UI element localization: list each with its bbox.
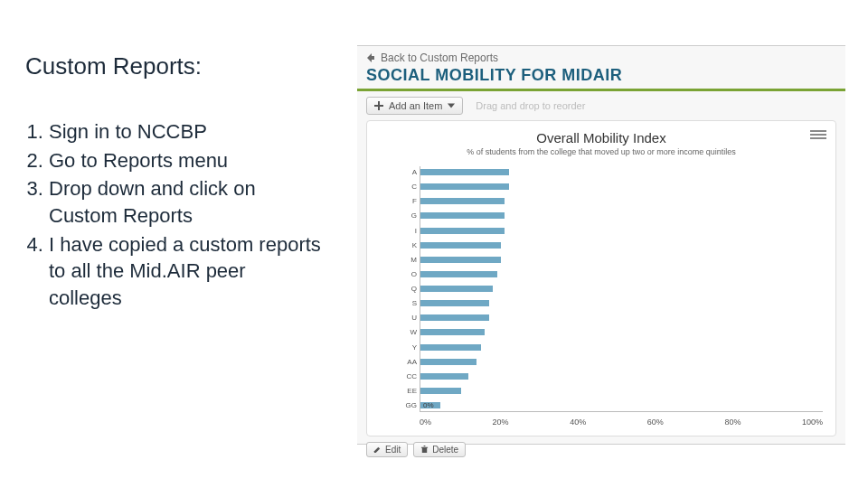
chart-bar-label: U [393,314,417,322]
chart-bar-row: O [420,270,823,278]
chart-bar [420,314,489,321]
chart-bar [420,212,505,219]
chart-bar [420,359,476,365]
step-item: Go to Reports menu [49,147,324,174]
hamburger-icon [810,134,826,136]
step-item: Sign in to NCCBP [49,118,324,145]
chart-bar-row: EE [420,387,823,395]
x-tick: 60% [647,418,664,427]
chart-bar-row: GG [420,401,823,409]
chart-bar [420,388,461,394]
chart-bar-label: G [393,211,417,220]
chart-bar-label: C [393,183,417,191]
x-tick: 40% [570,418,586,427]
step-item: Drop down and click on Custom Reports [49,175,324,229]
step-item: I have copied a custom reports to all th… [49,231,324,312]
chart-bar-row: M [420,256,823,264]
chart-bar-row: I [420,227,823,235]
slide: Custom Reports: Sign in to NCCBP Go to R… [0,0,868,488]
chart-bar-row: C [420,183,823,191]
chart-bar [420,183,509,190]
caret-down-icon [448,103,455,108]
add-item-button[interactable]: Add an Item [366,97,463,115]
chart-bar-row: G [420,211,823,220]
chart-bar-label: O [393,270,417,278]
add-item-label: Add an Item [389,100,442,111]
chart-bars: ACFGIKMOQSUWYAACCEEGG [420,168,823,409]
chart-bar-row: A [420,168,823,176]
chart-bar-label: I [393,227,417,235]
back-link-label: Back to Custom Reports [381,52,498,64]
chart-bar-row: F [420,197,823,205]
edit-icon [373,446,382,454]
steps-list: Sign in to NCCBP Go to Reports menu Drop… [25,118,324,312]
title-underline [357,89,845,91]
report-toolbar: Add an Item Drag and drop to reorder [357,97,845,120]
chart-bar [420,169,509,175]
chart-subtitle: % of students from the college that move… [376,147,826,156]
card-actions: Edit Delete [366,442,836,457]
plus-icon [374,101,383,110]
chart-bar-row: Y [420,343,823,352]
reorder-hint: Drag and drop to reorder [476,100,585,111]
chart-bar-label: A [393,168,417,176]
chart-bar [420,329,485,335]
chart-bar-label: Q [393,285,417,293]
chart-bar [420,271,497,277]
chart-bar-label: AA [393,358,417,366]
chart-bar-label: EE [393,387,417,395]
chart-title: Overall Mobility Index [376,130,826,145]
delete-label: Delete [432,445,458,455]
chart-bar-row: S [420,299,823,307]
x-tick: 100% [802,418,823,427]
back-arrow-icon [366,53,375,62]
chart-bar [420,198,505,204]
report-title: SOCIAL MOBILITY FOR MIDAIR [357,66,845,89]
chart-bar-row: CC [420,372,823,380]
chart-card: Overall Mobility Index % of students fro… [366,120,836,436]
chart-bar [420,228,505,234]
x-tick: 20% [493,418,509,427]
chart-bar-label: CC [393,372,417,380]
chart-bar-row: W [420,328,823,336]
edit-label: Edit [385,445,401,455]
x-tick: 80% [724,418,741,427]
chart-bar [420,257,501,263]
left-column: Custom Reports: Sign in to NCCBP Go to R… [25,52,324,314]
chart-bar-row: U [420,314,823,322]
chart-x-axis: 0%20%40%60%80%100% [420,418,823,427]
chart-bar [420,242,501,249]
chart-bar [420,300,489,306]
chart-bar-label: Y [393,343,417,352]
chart-bar-row: K [420,241,823,249]
chart-bar-row: AA [420,358,823,366]
chart-bar-label: GG [393,401,417,409]
edit-button[interactable]: Edit [366,442,408,457]
chart-bar-label: S [393,299,417,307]
slide-heading: Custom Reports: [25,52,324,80]
delete-button[interactable]: Delete [413,442,466,457]
chart-bar-label: F [393,197,417,205]
chart-bar-label: W [393,328,417,336]
chart-bar-label: K [393,241,417,249]
chart-bar [420,286,493,292]
hamburger-icon [810,130,826,132]
back-to-reports-link[interactable]: Back to Custom Reports [357,46,845,66]
x-tick: 0% [420,418,431,427]
hamburger-icon [810,137,826,139]
chart-bar [420,344,481,351]
trash-icon [420,446,429,454]
chart-bar-row: Q [420,285,823,293]
chart-plot-area: ACFGIKMOQSUWYAACCEEGG 0% [420,166,823,412]
chart-annotation: 0% [423,401,434,409]
report-ui-panel: Back to Custom Reports SOCIAL MOBILITY F… [357,45,845,445]
chart-menu-button[interactable] [810,128,826,141]
chart-bar-label: M [393,256,417,264]
chart-bar [420,373,468,380]
